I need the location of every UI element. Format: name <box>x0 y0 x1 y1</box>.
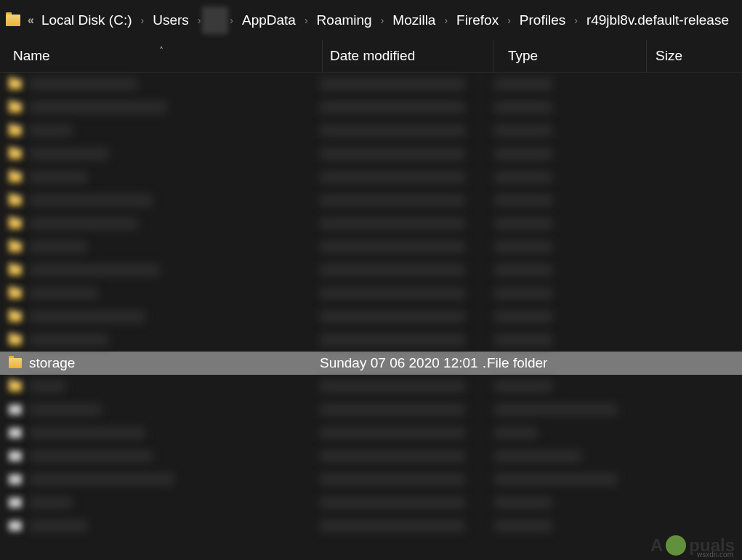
file-type <box>494 217 552 230</box>
file-type <box>494 287 552 300</box>
file-date <box>320 310 465 323</box>
file-name <box>29 78 138 91</box>
file-row[interactable] <box>0 305 742 328</box>
folder-icon <box>9 288 22 299</box>
file-type <box>494 426 538 439</box>
folder-icon <box>9 219 22 229</box>
file-type <box>494 380 552 393</box>
file-type <box>494 171 552 184</box>
breadcrumb-bar: « Local Disk (C:) › Users › › AppData › … <box>0 0 742 40</box>
file-date <box>320 287 465 300</box>
file-row[interactable] <box>0 375 742 398</box>
file-row[interactable] <box>0 73 742 96</box>
file-type <box>494 240 552 253</box>
breadcrumb-item-mozilla[interactable]: Mozilla <box>385 9 443 31</box>
chevron-right-icon[interactable]: › <box>444 15 448 26</box>
file-icon <box>9 451 22 461</box>
file-date <box>320 403 465 416</box>
file-name <box>29 473 174 486</box>
file-row[interactable] <box>0 259 742 282</box>
breadcrumb-item-username[interactable] <box>202 7 228 34</box>
chevron-right-icon[interactable]: › <box>507 15 511 26</box>
file-type <box>494 194 552 207</box>
file-date <box>320 171 465 184</box>
file-name <box>29 426 145 439</box>
chevron-right-icon[interactable]: › <box>198 15 201 26</box>
file-row[interactable] <box>0 491 742 514</box>
file-type <box>494 264 552 277</box>
folder-icon <box>9 195 22 206</box>
file-date <box>320 519 465 532</box>
file-name <box>29 240 87 253</box>
file-name <box>29 310 145 323</box>
file-date: Sunday 07 06 2020 12:01 … <box>320 355 487 371</box>
folder-icon <box>6 15 20 26</box>
column-header-size[interactable]: Size <box>647 48 734 64</box>
file-row[interactable] <box>0 119 742 142</box>
overflow-chevrons-icon[interactable]: « <box>28 14 31 27</box>
file-date <box>320 450 465 463</box>
file-row[interactable] <box>0 212 742 235</box>
chevron-right-icon[interactable]: › <box>305 15 308 26</box>
file-row[interactable] <box>0 421 742 445</box>
file-row[interactable] <box>0 514 742 537</box>
chevron-right-icon[interactable]: › <box>381 15 384 26</box>
file-icon <box>9 498 22 508</box>
file-row-selected[interactable]: storageSunday 07 06 2020 12:01 …File fol… <box>0 352 742 375</box>
file-row[interactable] <box>0 235 742 259</box>
file-row[interactable] <box>0 189 742 212</box>
breadcrumb-item-profiles[interactable]: Profiles <box>512 9 573 31</box>
file-row[interactable] <box>0 142 742 166</box>
column-header-type[interactable]: Type <box>493 48 646 64</box>
file-name <box>29 101 167 114</box>
watermark-subtext: wsxdn.com <box>697 551 733 559</box>
folder-icon <box>9 312 22 322</box>
file-type <box>494 519 552 532</box>
chevron-right-icon[interactable]: › <box>140 15 144 26</box>
file-date <box>320 496 465 509</box>
folder-icon <box>9 242 22 252</box>
breadcrumb-item-profile-folder[interactable]: r49jbl8v.default-release <box>579 9 736 31</box>
file-row[interactable] <box>0 398 742 421</box>
breadcrumb-item-roaming[interactable]: Roaming <box>310 9 379 31</box>
file-date <box>320 333 465 346</box>
file-date <box>320 78 465 91</box>
file-name <box>29 333 109 346</box>
file-name <box>29 147 109 161</box>
breadcrumb-item-appdata[interactable]: AppData <box>235 9 303 31</box>
file-row[interactable] <box>0 445 742 468</box>
file-name <box>29 519 87 532</box>
column-header-name-label: Name <box>13 48 50 64</box>
column-header-date[interactable]: Date modified <box>323 48 493 64</box>
file-type <box>494 124 552 137</box>
chevron-right-icon[interactable]: › <box>574 15 578 26</box>
column-headers: ˄ Name Date modified Type Size <box>0 40 742 73</box>
file-date <box>320 147 465 161</box>
folder-icon <box>9 358 22 368</box>
file-date <box>320 380 465 393</box>
file-row[interactable] <box>0 468 742 491</box>
file-name <box>29 171 87 184</box>
file-date <box>320 217 465 230</box>
folder-icon <box>9 149 22 159</box>
folder-icon <box>9 172 22 182</box>
file-row[interactable] <box>0 96 742 119</box>
file-icon <box>9 521 22 531</box>
column-header-name[interactable]: ˄ Name <box>0 48 322 64</box>
folder-icon <box>9 381 22 391</box>
file-row[interactable] <box>0 166 742 189</box>
file-row[interactable] <box>0 328 742 352</box>
file-name <box>29 450 153 463</box>
file-type <box>494 310 552 323</box>
breadcrumb-item-drive[interactable]: Local Disk (C:) <box>34 9 140 31</box>
watermark-text-a: A <box>650 535 663 556</box>
file-type: File folder <box>487 355 632 371</box>
file-row[interactable] <box>0 282 742 305</box>
file-name <box>29 403 102 416</box>
breadcrumb-item-users[interactable]: Users <box>145 9 196 31</box>
breadcrumb-item-firefox[interactable]: Firefox <box>449 9 506 31</box>
folder-icon <box>9 335 22 345</box>
chevron-right-icon[interactable]: › <box>230 15 233 26</box>
file-type <box>494 473 618 486</box>
file-date <box>320 240 465 253</box>
